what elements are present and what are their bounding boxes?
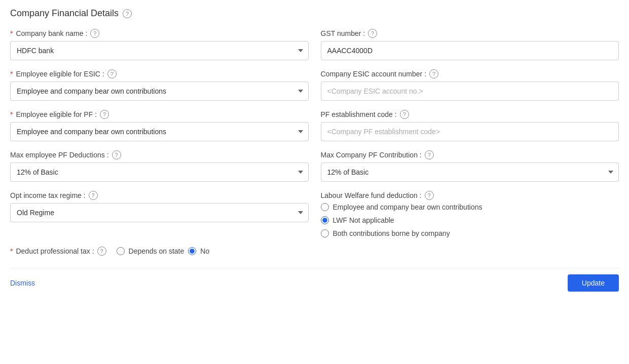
employee-esic-label: * Employee eligible for ESIC : ? xyxy=(10,69,309,78)
title-help-icon[interactable]: ? xyxy=(123,9,132,18)
lwf-help-icon[interactable]: ? xyxy=(425,191,434,200)
dismiss-button[interactable]: Dismiss xyxy=(10,279,35,287)
gst-number-input[interactable] xyxy=(321,41,619,60)
company-esic-help-icon[interactable]: ? xyxy=(429,69,438,78)
max-employee-pf-help-icon[interactable]: ? xyxy=(112,150,121,159)
lwf-company-label: Both contributions borne by company xyxy=(333,229,450,237)
lwf-not-applicable-radio[interactable] xyxy=(321,216,329,224)
employee-esic-select[interactable]: Employee and company bear own contributi… xyxy=(10,82,309,101)
max-employee-pf-label: Max employee PF Deductions : ? xyxy=(10,150,309,159)
pt-no-radio[interactable] xyxy=(188,247,196,255)
deduct-professional-label: * Deduct professional tax : ? xyxy=(10,247,106,256)
max-company-pf-help-icon[interactable]: ? xyxy=(425,150,434,159)
update-button[interactable]: Update xyxy=(568,274,619,292)
pt-depends-label: Depends on state xyxy=(129,247,184,255)
max-company-pf-label: Max Company PF Contribution : ? xyxy=(321,150,619,159)
employee-pf-group: * Employee eligible for PF : ? Employee … xyxy=(10,110,309,141)
page-title: Company Financial Details ? xyxy=(10,8,619,19)
company-esic-account-group: Company ESIC account number : ? xyxy=(321,69,619,101)
max-employee-pf-group: Max employee PF Deductions : ? 12% of Ba… xyxy=(10,150,309,182)
pf-establishment-help-icon[interactable]: ? xyxy=(400,110,409,119)
company-bank-name-select[interactable]: HDFC bank SBI bank ICICI bank xyxy=(10,41,309,60)
professional-tax-help-icon[interactable]: ? xyxy=(97,247,106,256)
lwf-employee-label: Employee and company bear own contributi… xyxy=(333,203,483,211)
max-company-pf-group: Max Company PF Contribution : ? 12% of B… xyxy=(321,150,619,182)
lwf-deduction-label: Labour Welfare fund deduction : ? xyxy=(321,191,619,200)
pf-help-icon[interactable]: ? xyxy=(100,110,109,119)
pf-establishment-group: PF establishment code : ? xyxy=(321,110,619,141)
pt-depends-radio[interactable] xyxy=(117,247,125,255)
pf-establishment-label: PF establishment code : ? xyxy=(321,110,619,119)
opt-income-help-icon[interactable]: ? xyxy=(89,191,98,200)
employee-pf-select[interactable]: Employee and company bear own contributi… xyxy=(10,122,309,141)
esic-help-icon[interactable]: ? xyxy=(107,69,117,78)
employee-pf-label: * Employee eligible for PF : ? xyxy=(10,110,309,119)
company-esic-account-label: Company ESIC account number : ? xyxy=(321,69,619,78)
deduct-professional-row: * Deduct professional tax : ? Depends on… xyxy=(10,247,619,256)
pf-establishment-input[interactable] xyxy=(321,122,619,141)
lwf-employee-radio[interactable] xyxy=(321,203,329,211)
lwf-company-radio[interactable] xyxy=(321,229,329,237)
pt-no-option[interactable]: No xyxy=(188,247,209,255)
lwf-company-option[interactable]: Both contributions borne by company xyxy=(321,229,619,237)
lwf-not-applicable-label: LWF Not applicable xyxy=(333,216,394,224)
company-bank-name-group: * Company bank name : ? HDFC bank SBI ba… xyxy=(10,29,309,60)
pt-depends-option[interactable]: Depends on state xyxy=(117,247,184,255)
footer: Dismiss Update xyxy=(10,268,619,292)
pt-no-label: No xyxy=(200,247,209,255)
opt-income-group: Opt income tax regime : ? Old Regime New… xyxy=(10,191,309,237)
employee-esic-group: * Employee eligible for ESIC : ? Employe… xyxy=(10,69,309,101)
company-esic-account-input[interactable] xyxy=(321,82,619,101)
max-company-pf-select[interactable]: 12% of Basic 129 of Basic Custom xyxy=(321,163,619,182)
gst-help-icon[interactable]: ? xyxy=(368,29,377,38)
bank-help-icon[interactable]: ? xyxy=(90,29,99,38)
lwf-not-applicable-option[interactable]: LWF Not applicable xyxy=(321,216,619,224)
opt-income-select[interactable]: Old Regime New Regime xyxy=(10,203,309,222)
company-bank-name-label: * Company bank name : ? xyxy=(10,29,309,38)
lwf-deduction-group: Labour Welfare fund deduction : ? Employ… xyxy=(321,191,619,237)
gst-number-group: GST number : ? xyxy=(321,29,619,60)
lwf-employee-option[interactable]: Employee and company bear own contributi… xyxy=(321,203,619,211)
lwf-radio-group: Employee and company bear own contributi… xyxy=(321,203,619,237)
opt-income-label: Opt income tax regime : ? xyxy=(10,191,309,200)
max-employee-pf-select[interactable]: 12% of Basic 129 of Basic Custom xyxy=(10,163,309,182)
gst-number-label: GST number : ? xyxy=(321,29,619,38)
